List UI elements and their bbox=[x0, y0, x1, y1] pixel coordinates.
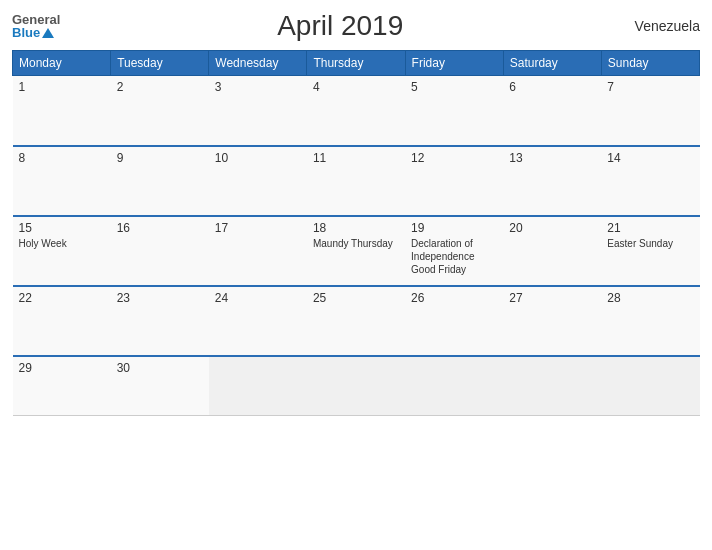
logo-blue-text: Blue bbox=[12, 26, 40, 39]
month-title: April 2019 bbox=[60, 10, 620, 42]
day-number: 30 bbox=[117, 361, 203, 375]
col-sunday: Sunday bbox=[601, 51, 699, 76]
event-label: Maundy Thursday bbox=[313, 237, 399, 250]
day-number: 11 bbox=[313, 151, 399, 165]
calendar-cell: 25 bbox=[307, 286, 405, 356]
day-number: 19 bbox=[411, 221, 497, 235]
calendar-cell: 23 bbox=[111, 286, 209, 356]
day-number: 3 bbox=[215, 80, 301, 94]
day-number: 23 bbox=[117, 291, 203, 305]
table-row: 22232425262728 bbox=[13, 286, 700, 356]
day-number: 18 bbox=[313, 221, 399, 235]
day-number: 22 bbox=[19, 291, 105, 305]
day-number: 9 bbox=[117, 151, 203, 165]
table-row: 1234567 bbox=[13, 76, 700, 146]
day-number: 29 bbox=[19, 361, 105, 375]
calendar-cell: 26 bbox=[405, 286, 503, 356]
col-monday: Monday bbox=[13, 51, 111, 76]
calendar-cell: 30 bbox=[111, 356, 209, 416]
day-number: 8 bbox=[19, 151, 105, 165]
event-label: Good Friday bbox=[411, 263, 497, 276]
col-tuesday: Tuesday bbox=[111, 51, 209, 76]
logo: General Blue bbox=[12, 13, 60, 39]
event-label: Easter Sunday bbox=[607, 237, 693, 250]
country-label: Venezuela bbox=[620, 18, 700, 34]
calendar-cell: 2 bbox=[111, 76, 209, 146]
day-number: 15 bbox=[19, 221, 105, 235]
day-number: 27 bbox=[509, 291, 595, 305]
calendar-cell: 1 bbox=[13, 76, 111, 146]
day-number: 4 bbox=[313, 80, 399, 94]
calendar-cell bbox=[209, 356, 307, 416]
calendar-cell bbox=[503, 356, 601, 416]
calendar-cell: 9 bbox=[111, 146, 209, 216]
day-number: 7 bbox=[607, 80, 693, 94]
calendar-cell: 4 bbox=[307, 76, 405, 146]
table-row: 2930 bbox=[13, 356, 700, 416]
day-number: 25 bbox=[313, 291, 399, 305]
event-label: Declaration of Independence bbox=[411, 237, 497, 263]
day-number: 28 bbox=[607, 291, 693, 305]
calendar-cell: 3 bbox=[209, 76, 307, 146]
day-number: 21 bbox=[607, 221, 693, 235]
col-wednesday: Wednesday bbox=[209, 51, 307, 76]
col-thursday: Thursday bbox=[307, 51, 405, 76]
calendar-cell bbox=[405, 356, 503, 416]
event-label: Holy Week bbox=[19, 237, 105, 250]
calendar-cell: 10 bbox=[209, 146, 307, 216]
table-row: 15Holy Week161718Maundy Thursday19Declar… bbox=[13, 216, 700, 286]
calendar-cell: 21Easter Sunday bbox=[601, 216, 699, 286]
day-number: 24 bbox=[215, 291, 301, 305]
days-header-row: Monday Tuesday Wednesday Thursday Friday… bbox=[13, 51, 700, 76]
day-number: 14 bbox=[607, 151, 693, 165]
calendar-cell: 19Declaration of IndependenceGood Friday bbox=[405, 216, 503, 286]
day-number: 26 bbox=[411, 291, 497, 305]
calendar-cell: 13 bbox=[503, 146, 601, 216]
day-number: 2 bbox=[117, 80, 203, 94]
day-number: 6 bbox=[509, 80, 595, 94]
day-number: 12 bbox=[411, 151, 497, 165]
day-number: 20 bbox=[509, 221, 595, 235]
logo-triangle-icon bbox=[42, 28, 54, 38]
header: General Blue April 2019 Venezuela bbox=[12, 10, 700, 42]
day-number: 5 bbox=[411, 80, 497, 94]
col-saturday: Saturday bbox=[503, 51, 601, 76]
calendar-cell: 29 bbox=[13, 356, 111, 416]
calendar-cell: 22 bbox=[13, 286, 111, 356]
calendar-cell: 11 bbox=[307, 146, 405, 216]
calendar-cell: 14 bbox=[601, 146, 699, 216]
calendar-cell bbox=[601, 356, 699, 416]
day-number: 1 bbox=[19, 80, 105, 94]
day-number: 16 bbox=[117, 221, 203, 235]
day-number: 17 bbox=[215, 221, 301, 235]
day-number: 13 bbox=[509, 151, 595, 165]
calendar-cell: 24 bbox=[209, 286, 307, 356]
calendar-cell bbox=[307, 356, 405, 416]
calendar-cell: 6 bbox=[503, 76, 601, 146]
col-friday: Friday bbox=[405, 51, 503, 76]
calendar-cell: 27 bbox=[503, 286, 601, 356]
calendar-page: General Blue April 2019 Venezuela Monday… bbox=[0, 0, 712, 550]
calendar-table: Monday Tuesday Wednesday Thursday Friday… bbox=[12, 50, 700, 416]
calendar-cell: 15Holy Week bbox=[13, 216, 111, 286]
calendar-cell: 17 bbox=[209, 216, 307, 286]
calendar-cell: 7 bbox=[601, 76, 699, 146]
day-number: 10 bbox=[215, 151, 301, 165]
calendar-cell: 20 bbox=[503, 216, 601, 286]
calendar-cell: 5 bbox=[405, 76, 503, 146]
calendar-cell: 12 bbox=[405, 146, 503, 216]
calendar-cell: 8 bbox=[13, 146, 111, 216]
calendar-cell: 16 bbox=[111, 216, 209, 286]
calendar-cell: 18Maundy Thursday bbox=[307, 216, 405, 286]
table-row: 891011121314 bbox=[13, 146, 700, 216]
calendar-cell: 28 bbox=[601, 286, 699, 356]
